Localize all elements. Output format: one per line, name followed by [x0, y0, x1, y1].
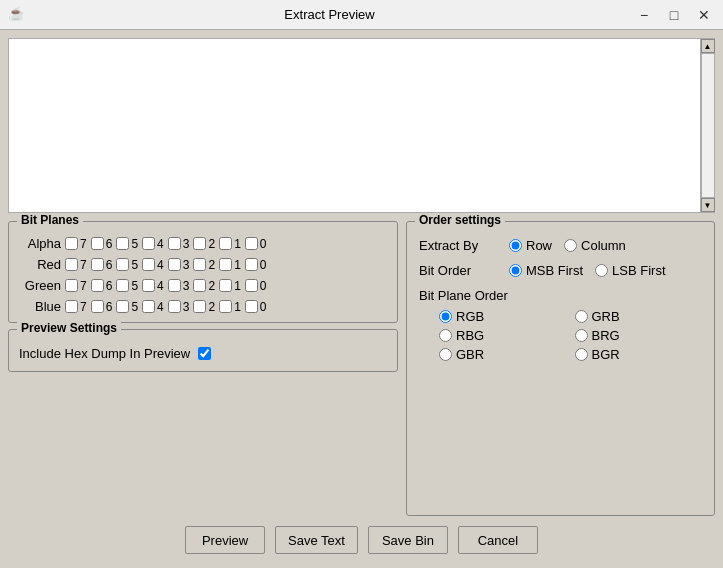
gbr-radio[interactable]: [439, 348, 452, 361]
green-bit-4: 4: [142, 279, 164, 293]
bottom-section: Bit Planes Alpha 7 6 5 4 3 2 1 0: [8, 221, 715, 516]
bit-planes-title: Bit Planes: [17, 213, 83, 227]
red-bit-7: 7: [65, 258, 87, 272]
footer-buttons: Preview Save Text Save Bin Cancel: [8, 516, 715, 560]
green-bit-0: 0: [245, 279, 267, 293]
blue-7-checkbox[interactable]: [65, 300, 78, 313]
preview-button[interactable]: Preview: [185, 526, 265, 554]
red-1-checkbox[interactable]: [219, 258, 232, 271]
red-4-checkbox[interactable]: [142, 258, 155, 271]
blue-bit-2: 2: [193, 300, 215, 314]
rbg-radio[interactable]: [439, 329, 452, 342]
red-bit-6: 6: [91, 258, 113, 272]
brg-radio[interactable]: [575, 329, 588, 342]
extract-by-row-label: Row: [526, 238, 552, 253]
alpha-bit-1: 1: [219, 237, 241, 251]
alpha-row: Alpha 7 6 5 4 3 2 1 0: [19, 236, 387, 251]
blue-bit-5: 5: [116, 300, 138, 314]
left-panel: Bit Planes Alpha 7 6 5 4 3 2 1 0: [8, 221, 398, 516]
scroll-up-button[interactable]: ▲: [701, 39, 715, 53]
red-5-checkbox[interactable]: [116, 258, 129, 271]
bgr-option: BGR: [575, 347, 703, 362]
blue-bit-3: 3: [168, 300, 190, 314]
green-4-checkbox[interactable]: [142, 279, 155, 292]
red-6-checkbox[interactable]: [91, 258, 104, 271]
red-label: Red: [19, 257, 61, 272]
blue-4-checkbox[interactable]: [142, 300, 155, 313]
rbg-option: RBG: [439, 328, 567, 343]
maximize-button[interactable]: □: [663, 4, 685, 26]
alpha-4-checkbox[interactable]: [142, 237, 155, 250]
alpha-bit-5: 5: [116, 237, 138, 251]
bit-planes-group: Bit Planes Alpha 7 6 5 4 3 2 1 0: [8, 221, 398, 323]
alpha-3-checkbox[interactable]: [168, 237, 181, 250]
title-bar: ☕ Extract Preview − □ ✕: [0, 0, 723, 30]
green-0-checkbox[interactable]: [245, 279, 258, 292]
green-bit-6: 6: [91, 279, 113, 293]
red-2-checkbox[interactable]: [193, 258, 206, 271]
alpha-2-checkbox[interactable]: [193, 237, 206, 250]
green-7-checkbox[interactable]: [65, 279, 78, 292]
blue-6-checkbox[interactable]: [91, 300, 104, 313]
blue-bit-0: 0: [245, 300, 267, 314]
save-bin-button[interactable]: Save Bin: [368, 526, 448, 554]
bgr-radio[interactable]: [575, 348, 588, 361]
red-0-checkbox[interactable]: [245, 258, 258, 271]
alpha-6-checkbox[interactable]: [91, 237, 104, 250]
msb-first-label: MSB First: [526, 263, 583, 278]
red-7-checkbox[interactable]: [65, 258, 78, 271]
extract-by-row-radio[interactable]: [509, 239, 522, 252]
hex-dump-row: Include Hex Dump In Preview: [19, 346, 387, 361]
alpha-bit-6: 6: [91, 237, 113, 251]
extract-by-label: Extract By: [419, 238, 499, 253]
preview-settings-title: Preview Settings: [17, 321, 121, 335]
green-2-checkbox[interactable]: [193, 279, 206, 292]
green-bit-3: 3: [168, 279, 190, 293]
extract-by-column-option: Column: [564, 238, 626, 253]
alpha-7-checkbox[interactable]: [65, 237, 78, 250]
red-bit-0: 0: [245, 258, 267, 272]
extract-by-column-radio[interactable]: [564, 239, 577, 252]
blue-5-checkbox[interactable]: [116, 300, 129, 313]
blue-3-checkbox[interactable]: [168, 300, 181, 313]
red-bit-5: 5: [116, 258, 138, 272]
close-button[interactable]: ✕: [693, 4, 715, 26]
scroll-down-button[interactable]: ▼: [701, 198, 715, 212]
order-settings-title: Order settings: [415, 213, 505, 227]
rgb-radio[interactable]: [439, 310, 452, 323]
bit-order-options: MSB First LSB First: [509, 263, 666, 278]
red-bit-4: 4: [142, 258, 164, 272]
grb-radio[interactable]: [575, 310, 588, 323]
save-text-button[interactable]: Save Text: [275, 526, 358, 554]
alpha-5-checkbox[interactable]: [116, 237, 129, 250]
green-bit-2: 2: [193, 279, 215, 293]
preview-area: ▲ ▼: [8, 38, 715, 213]
blue-2-checkbox[interactable]: [193, 300, 206, 313]
green-1-checkbox[interactable]: [219, 279, 232, 292]
green-6-checkbox[interactable]: [91, 279, 104, 292]
green-label: Green: [19, 278, 61, 293]
blue-row: Blue 7 6 5 4 3 2 1 0: [19, 299, 387, 314]
green-row: Green 7 6 5 4 3 2 1 0: [19, 278, 387, 293]
alpha-1-checkbox[interactable]: [219, 237, 232, 250]
preview-scrollbar: ▲ ▼: [700, 39, 714, 212]
extract-by-row: Extract By Row Column: [419, 238, 702, 253]
bgr-label: BGR: [592, 347, 620, 362]
hex-dump-checkbox[interactable]: [198, 347, 211, 360]
red-bit-1: 1: [219, 258, 241, 272]
green-3-checkbox[interactable]: [168, 279, 181, 292]
alpha-label: Alpha: [19, 236, 61, 251]
blue-1-checkbox[interactable]: [219, 300, 232, 313]
cancel-button[interactable]: Cancel: [458, 526, 538, 554]
green-5-checkbox[interactable]: [116, 279, 129, 292]
msb-first-radio[interactable]: [509, 264, 522, 277]
alpha-0-checkbox[interactable]: [245, 237, 258, 250]
rbg-label: RBG: [456, 328, 484, 343]
bit-plane-order-section: Bit Plane Order RGB GRB RBG: [419, 288, 702, 362]
blue-0-checkbox[interactable]: [245, 300, 258, 313]
scroll-track[interactable]: [701, 53, 715, 198]
minimize-button[interactable]: −: [633, 4, 655, 26]
red-3-checkbox[interactable]: [168, 258, 181, 271]
lsb-first-radio[interactable]: [595, 264, 608, 277]
extract-by-options: Row Column: [509, 238, 626, 253]
